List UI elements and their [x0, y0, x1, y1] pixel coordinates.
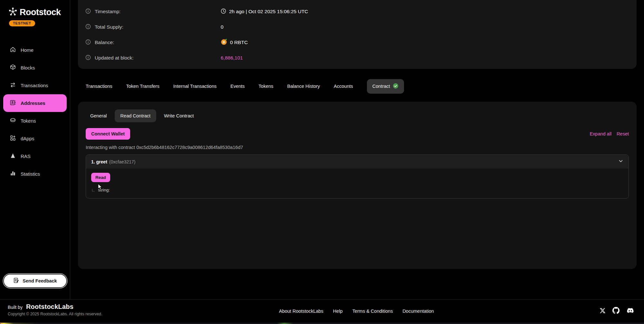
github-social-link[interactable] [612, 307, 620, 314]
info-icon [85, 55, 91, 61]
accordion-controls: Expand all Reset [590, 131, 629, 136]
tab-balance-history[interactable]: Balance History [287, 84, 320, 89]
tab-transactions[interactable]: Transactions [86, 84, 112, 89]
verified-check-icon [393, 83, 399, 90]
info-row-total-supply: Total Supply: 0 [78, 20, 637, 34]
brand-name: Rootstock [20, 7, 61, 17]
built-by-label: Built by [8, 305, 23, 310]
method-name: 1. greet [91, 159, 107, 164]
tab-accounts[interactable]: Accounts [334, 84, 353, 89]
discord-icon [626, 307, 634, 314]
connect-wallet-button[interactable]: Connect Wallet [86, 128, 130, 140]
mouse-cursor-icon [97, 184, 103, 191]
sidebar-nav: Home Blocks Transactions Addresses [0, 41, 70, 183]
copyright-text: Copyright © 2025 RootstockLabs. All righ… [8, 312, 102, 316]
rootstock-logo-icon [8, 7, 17, 17]
contract-panel: General Read Contract Write Contract Con… [78, 102, 637, 269]
home-icon [10, 46, 16, 54]
testnet-badge: TESTNET [9, 20, 35, 26]
logo-block[interactable]: Rootstock TESTNET [0, 0, 70, 26]
contract-controls-row: Connect Wallet Expand all Reset [86, 128, 629, 140]
reset-link[interactable]: Reset [617, 131, 629, 136]
sidebar-item-tokens[interactable]: Tokens [0, 112, 70, 130]
footer-link-about[interactable]: About RootstockLabs [279, 309, 323, 314]
footer-gradient-bar [0, 323, 644, 324]
info-label-text: Balance: [95, 40, 114, 45]
address-info-card: Timestamp: 2h ago | Oct 02 2025 15:06:25… [78, 0, 637, 69]
footer-links: About RootstockLabs Help Terms & Conditi… [279, 309, 434, 314]
expand-all-link[interactable]: Expand all [590, 131, 611, 136]
tab-token-transfers[interactable]: Token Transfers [126, 84, 159, 89]
method-output-line: ∟ string: [91, 188, 623, 192]
sidebar-item-label: Transactions [21, 83, 48, 88]
sidebar-item-label: RAS [21, 153, 31, 159]
block-number-link[interactable]: 6,886,101 [221, 55, 243, 61]
sidebar-item-transactions[interactable]: Transactions [0, 77, 70, 94]
tab-contract-label: Contract [372, 84, 390, 89]
footer-link-documentation[interactable]: Documentation [402, 309, 434, 314]
method-accordion-header[interactable]: 1. greet(0xcfae3217) [86, 155, 629, 169]
sidebar-item-label: Addresses [21, 100, 45, 106]
info-icon [85, 24, 91, 31]
clock-icon [221, 8, 226, 15]
sidebar-item-home[interactable]: Home [0, 41, 70, 59]
method-accordion-body: Read ∟ string: [86, 169, 629, 198]
discord-social-link[interactable] [626, 307, 634, 314]
output-branch-glyph: ∟ [91, 188, 95, 192]
sidebar-item-label: Blocks [21, 65, 35, 70]
sidebar-item-addresses[interactable]: Addresses [3, 94, 67, 112]
info-icon [85, 8, 91, 15]
footer-link-help[interactable]: Help [333, 309, 343, 314]
sidebar-item-label: Tokens [21, 118, 36, 124]
sidebar-item-dapps[interactable]: dApps [0, 130, 70, 147]
tokens-icon [10, 117, 16, 125]
info-label-text: Timestamp: [95, 9, 120, 14]
method-accordion: 1. greet(0xcfae3217) Read ∟ string: [86, 154, 629, 199]
chevron-down-icon [618, 159, 623, 165]
transactions-icon [10, 82, 16, 89]
sidebar-item-label: Statistics [21, 171, 40, 177]
sidebar-item-ras[interactable]: RAS [0, 147, 70, 165]
info-label-text: Updated at block: [95, 55, 134, 61]
addresses-icon [10, 99, 16, 107]
feedback-label: Send Feedback [23, 278, 57, 283]
info-icon [85, 39, 91, 46]
subtab-read-contract[interactable]: Read Contract [115, 109, 157, 122]
sidebar-item-label: dApps [21, 136, 34, 141]
balance-value: 0 RBTC [230, 40, 248, 45]
info-row-balance: Balance: B 0 RBTC [78, 35, 637, 50]
x-social-link[interactable] [600, 308, 606, 314]
info-label-text: Total Supply: [95, 24, 123, 30]
footer-brand-name[interactable]: RootstockLabs [26, 303, 73, 310]
interacting-with-contract-text: Interacting with contract 0xc5d2b6b48162… [86, 145, 629, 150]
timestamp-value: 2h ago | Oct 02 2025 15:06:25 UTC [229, 9, 308, 14]
page: Rootstock TESTNET Home Blocks [0, 0, 644, 324]
subtab-general[interactable]: General [86, 109, 111, 122]
tab-events[interactable]: Events [230, 84, 245, 89]
total-supply-value: 0 [221, 24, 224, 30]
github-icon [612, 307, 620, 314]
footer-brand-block: Built by RootstockLabs Copyright © 2025 … [8, 303, 102, 316]
send-feedback-button[interactable]: Send Feedback [3, 274, 67, 288]
statistics-icon [10, 170, 16, 178]
info-row-updated-block: Updated at block: 6,886,101 [78, 51, 637, 65]
subtab-write-contract[interactable]: Write Contract [159, 109, 198, 122]
method-selector: (0xcfae3217) [109, 159, 136, 164]
dapps-icon [10, 135, 16, 142]
x-icon [600, 308, 606, 314]
tab-internal-transactions[interactable]: Internal Transactions [173, 84, 217, 89]
contract-subtabs: General Read Contract Write Contract [86, 109, 629, 122]
sidebar-item-blocks[interactable]: Blocks [0, 59, 70, 77]
footer-social [600, 307, 634, 314]
sidebar-item-label: Home [21, 47, 34, 53]
sidebar-item-statistics[interactable]: Statistics [0, 165, 70, 183]
tab-contract[interactable]: Contract [367, 79, 404, 94]
blocks-icon [10, 64, 16, 71]
rbtc-icon: B [221, 39, 227, 46]
read-button[interactable]: Read [91, 173, 110, 182]
feedback-note-icon [13, 277, 19, 284]
tab-tokens[interactable]: Tokens [259, 84, 274, 89]
ras-icon [10, 153, 16, 160]
footer: Built by RootstockLabs Copyright © 2025 … [0, 299, 644, 324]
footer-link-terms[interactable]: Terms & Conditions [352, 309, 393, 314]
